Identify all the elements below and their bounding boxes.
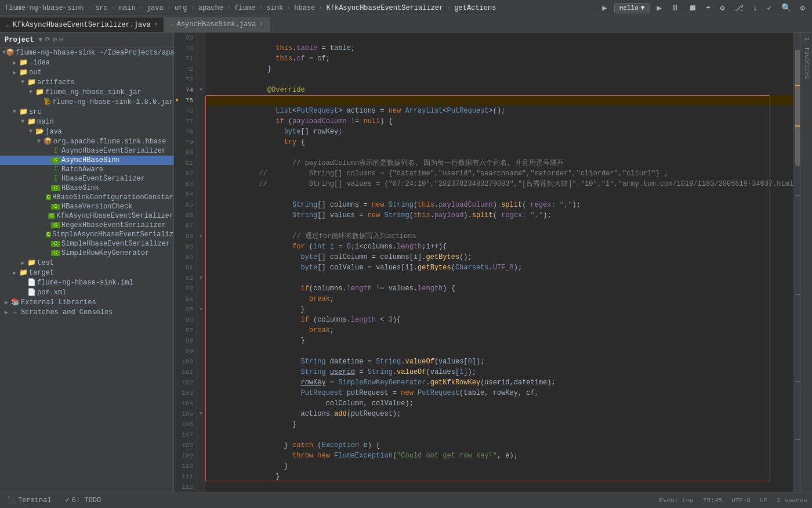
ln-70: 70 [174,43,197,53]
tree-item-scratches[interactable]: ▶ ✏ Scratches and Consoles [0,307,173,317]
stop-icon[interactable]: ⏹ [686,2,699,14]
tree-item-pom[interactable]: 📄 pom.xml [0,287,173,297]
tree-item-main[interactable]: ▼ 📁 main [0,117,173,127]
event-log-label[interactable]: Event Log [659,497,694,504]
tree-item-hbasesink[interactable]: C HBaseSink [0,183,173,193]
tree-item-test[interactable]: ▶ 📁 test [0,258,173,268]
terminal-tab[interactable]: ⬛ Terminal [5,495,54,506]
ln-111: 111 [174,471,197,482]
breadcrumb-src[interactable]: src [95,4,108,12]
code-line-101: rowKey = SimpleRowKeyGenerator.getKfkRow… [205,367,793,377]
breadcrumb-method[interactable]: getActions [454,4,496,12]
play-icon[interactable]: ▶ [654,2,664,14]
folder-icon-test: 📁 [27,258,36,267]
commit-icon[interactable]: ✓ [764,2,774,14]
tree-item-simpleasync[interactable]: C SimpleAsyncHbaseEventSerializ [0,230,173,239]
gear-icon[interactable]: ⚙ [53,35,57,44]
tree-item-java[interactable]: ▼ 📂 java [0,127,173,136]
tree-item-idea[interactable]: ▶ 📁 .idea [0,57,173,67]
fold-92[interactable]: ▼ [197,273,205,283]
hello-button[interactable]: Hello ▼ [614,3,650,13]
java-file-icon-2: ☕ [170,21,173,28]
find-icon[interactable]: 🔍 [779,2,793,14]
code-line-79 [205,137,793,147]
tab-kfk-serializer[interactable]: ☕ KfkAsyncHbaseEventSerializer.java × [0,17,164,32]
class5-icon: C [48,213,55,219]
tree-item-asynchbase[interactable]: I AsyncHbaseEventSerializer [0,146,173,156]
breadcrumb-flume[interactable]: flume [234,4,255,12]
arrow-scratches: ▶ [2,309,10,316]
scrollbar-thumb[interactable] [795,50,800,166]
fold-107[interactable]: ▼ [197,409,205,419]
update-icon[interactable]: ↓ [751,2,760,14]
line-separator[interactable]: LF [760,497,767,504]
ln-71: 71 [174,53,197,64]
breadcrumb-project[interactable]: flume-ng-hbase-sink [5,4,84,12]
class2-icon: C [51,185,60,191]
folder-icon-idea: 📁 [19,58,28,67]
tree-item-module[interactable]: ▼ 📦 flume-ng-hbase-sink ~/IdeaProjects/a… [0,48,173,57]
ln-78: 78 [174,127,197,137]
tree-item-hbaseevent[interactable]: I HbaseEventSerializer [0,174,173,183]
tab-close-kfk[interactable]: × [154,21,158,28]
arrow-src: ▼ [10,109,19,115]
run-icon[interactable]: ▶ [600,2,609,14]
code-line-81: // String[] columns = {"datatime","useri… [205,158,793,168]
ln-104: 104 [174,398,197,409]
project-label: Project [5,36,34,44]
tree-item-package[interactable]: ▼ 📦 org.apache.flume.sink.hbase [0,136,173,146]
tree-item-artifacts[interactable]: ▼ 📁 artifacts [0,77,173,87]
tree-item-regex[interactable]: C RegexHbaseEventSerializer [0,221,173,230]
breadcrumb-java[interactable]: java [147,4,164,12]
fold-88[interactable]: ▼ [197,231,205,242]
tree-item-hbaseconfig[interactable]: C HBaseSinkConfigurationConstar [0,193,173,202]
breadcrumb-apache[interactable]: apache [198,4,223,12]
tree-item-batchaware[interactable]: I BatchAware [0,165,173,174]
code-line-93: break; [205,283,793,294]
tree-item-src[interactable]: ▼ 📁 src [0,107,173,117]
tree-item-kfk[interactable]: C KfkAsyncHbaseEventSerializer [0,211,173,221]
sync-icon[interactable]: ⟳ [45,35,50,44]
tree-item-target[interactable]: ▶ 📁 target [0,268,173,278]
vcs-icon[interactable]: ⎇ [732,2,746,14]
breadcrumb-hbase[interactable]: hbase [294,4,315,12]
ln-84: 84 [174,189,197,200]
breadcrumb-main[interactable]: main [119,4,136,12]
collapse-icon[interactable]: ⊟ [59,35,63,44]
tab-async-hbase-sink[interactable]: ☕ AsyncHBaseSink.java × [164,17,270,32]
fold-95[interactable]: ▼ [197,304,205,315]
tree-item-hbaseversion[interactable]: C HBaseVersionCheck [0,202,173,211]
tab-close-async[interactable]: × [260,21,263,28]
interface2-icon: I [51,165,60,174]
folder-icon-out: 📁 [19,68,28,77]
tree-item-jar[interactable]: 🗜 flume-ng-hbase-sink-1.8.0.jar [0,97,173,107]
cursor-position: 75:45 [703,497,722,504]
encoding-label[interactable]: UTF-8 [731,497,751,504]
tree-item-asynchbasesink[interactable]: C AsyncHBaseSink [0,156,173,165]
code-content[interactable]: this.table = table; this.cf = cf; } @Ove… [205,33,793,492]
pause-icon[interactable]: ⏸ [669,2,682,14]
breadcrumb-class[interactable]: KfkAsyncHbaseEventSerializer [327,4,444,12]
code-line-84: String[] columns = new String(this.paylo… [205,189,793,200]
tree-item-jar-folder[interactable]: ▼ 📁 flume_ng_hbase_sink_jar [0,87,173,97]
tree-item-out[interactable]: ▶ 📁 out [0,67,173,77]
tree-item-iml[interactable]: 📄 flume-ng-hbase-sink.iml [0,278,173,287]
todo-tab[interactable]: ✓ 6: TODO [63,495,104,506]
favorites-label[interactable]: 2: Favorites [802,35,811,81]
tree-item-simplehbase[interactable]: C SimpleHbaseEventSerializer [0,239,173,248]
tree-item-simplerow[interactable]: C SimpleRowKeyGenerator [0,248,173,258]
indent-label[interactable]: 2 spaces [777,497,807,504]
right-scrollbar[interactable] [793,33,800,492]
fold-74[interactable]: ▼ [197,85,205,95]
code-editor[interactable]: 69 70 71 72 73 74 ●75 76 77 78 79 80 81 … [174,33,800,492]
profile-icon[interactable]: ⚙ [717,2,727,14]
breadcrumb-org[interactable]: org [175,4,187,12]
java-file-icon: ☕ [6,21,9,28]
coverage-icon[interactable]: ☂ [704,2,713,14]
code-line-97: } [205,325,793,336]
code-line-90: byte[] colValue = values[i].getBytes(Cha… [205,252,793,262]
tree-item-ext-libs[interactable]: ▶ 📚 External Libraries [0,297,173,307]
breadcrumb-sink[interactable]: sink [266,4,283,12]
scratch-icon: ✏ [10,308,20,316]
settings-icon[interactable]: ⚙ [798,2,807,14]
